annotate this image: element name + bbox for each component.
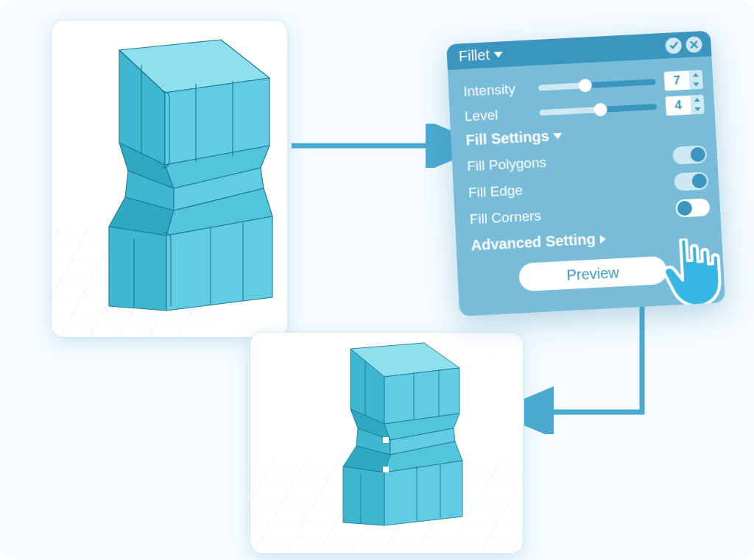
svg-marker-28	[343, 467, 384, 525]
fill-polygons-label: Fill Polygons	[467, 155, 547, 175]
level-label: Level	[464, 105, 531, 125]
level-spin[interactable]: 4	[665, 95, 704, 116]
fill-edge-toggle[interactable]	[674, 171, 708, 191]
fill-polygons-toggle[interactable]	[672, 145, 707, 164]
chevron-right-icon	[599, 234, 606, 243]
intensity-down[interactable]	[689, 79, 703, 90]
flow-arrow-2	[524, 302, 672, 434]
svg-rect-31	[383, 467, 389, 472]
viewport-before	[52, 21, 287, 337]
viewport-after	[250, 333, 523, 553]
chevron-down-icon	[553, 132, 562, 139]
svg-marker-29	[384, 461, 462, 525]
fill-corners-toggle[interactable]	[675, 198, 710, 217]
intensity-slider[interactable]	[538, 79, 656, 91]
intensity-up[interactable]	[689, 70, 703, 80]
fill-corners-label: Fill Corners	[469, 208, 541, 227]
intensity-spin[interactable]: 7	[664, 70, 703, 91]
preview-button[interactable]: Preview	[518, 256, 667, 292]
level-up[interactable]	[690, 95, 704, 105]
level-value: 4	[665, 96, 691, 116]
chevron-down-icon	[494, 52, 503, 58]
svg-rect-30	[383, 437, 389, 443]
fill-edge-label: Fill Edge	[468, 182, 524, 201]
svg-marker-10	[109, 227, 166, 311]
model-after-render	[250, 333, 523, 553]
level-slider[interactable]	[540, 104, 658, 116]
panel-title-toggle[interactable]: Fillet	[458, 46, 503, 65]
flow-arrow-1	[289, 124, 458, 168]
close-button[interactable]	[686, 36, 702, 53]
model-before-render	[52, 21, 287, 337]
cursor-hand-icon	[658, 236, 725, 312]
intensity-value: 7	[664, 71, 690, 91]
fillet-panel: Fillet Intensity	[446, 31, 725, 316]
intensity-label: Intensity	[463, 80, 530, 100]
confirm-button[interactable]	[665, 37, 682, 54]
level-down[interactable]	[691, 104, 705, 115]
panel-title-text: Fillet	[458, 46, 490, 65]
